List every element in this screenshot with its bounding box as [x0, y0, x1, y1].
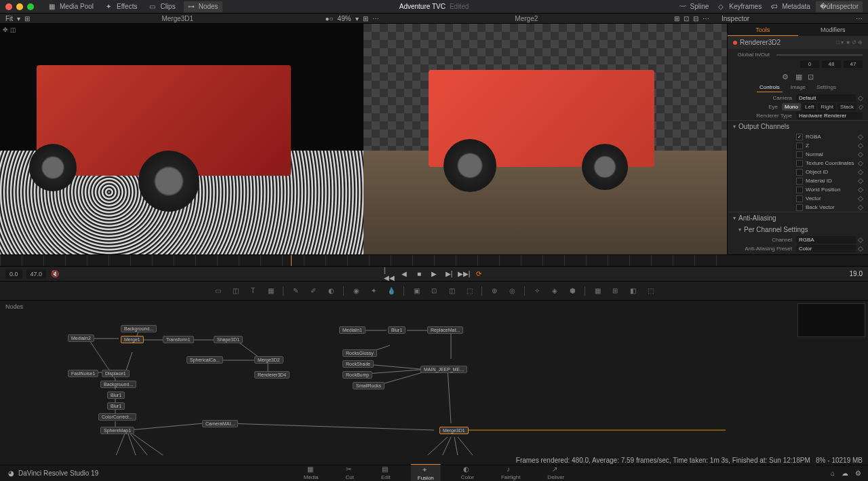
gio-end[interactable]: 47	[844, 60, 863, 68]
cloud-icon[interactable]: ☁	[842, 469, 848, 477]
timeline-ruler[interactable]	[0, 254, 868, 267]
aa-preset[interactable]: Color	[796, 245, 856, 252]
subtab-settings[interactable]: Settings	[814, 83, 839, 92]
go-end-icon[interactable]: ▶▶|	[459, 269, 469, 279]
tool-icon[interactable]: ▭	[212, 286, 223, 296]
inspector-button[interactable]: �útInspector	[816, 1, 863, 12]
node[interactable]: RocksGlossy	[342, 349, 377, 357]
oc-check[interactable]	[796, 151, 803, 158]
aa-channel[interactable]: RGBA	[796, 236, 856, 244]
current-frame[interactable]: 19.0	[850, 270, 863, 277]
renderer-type-select[interactable]: Hardware Renderer	[796, 112, 863, 119]
node[interactable]: Background...	[100, 381, 136, 388]
node[interactable]: RockShade	[342, 360, 374, 368]
maximize-icon[interactable]	[27, 3, 34, 10]
home-icon[interactable]: ⌂	[831, 469, 835, 477]
tool-icon[interactable]: ◫	[446, 286, 457, 296]
tool-icon[interactable]: ◐	[326, 286, 336, 296]
node[interactable]: SphericalCa...	[186, 356, 223, 364]
enable-dot-icon[interactable]	[733, 41, 737, 45]
keyframe-diamond-icon[interactable]	[858, 195, 863, 201]
tool-icon[interactable]: ✧	[532, 286, 542, 296]
brush-icon[interactable]: ✎	[290, 286, 301, 296]
pen-icon[interactable]: ✐	[308, 286, 319, 296]
page-media[interactable]: ▦Media	[297, 464, 326, 481]
oc-check[interactable]	[796, 142, 803, 149]
subtab-controls[interactable]: Controls	[757, 83, 783, 92]
eye-stack[interactable]: Stack	[837, 103, 856, 111]
gio-dur[interactable]: 48	[822, 60, 841, 68]
node[interactable]: MAIN_JEEP_ME...	[420, 366, 467, 373]
page-color[interactable]: ◐Color	[454, 464, 481, 481]
page-deliver[interactable]: ↗Deliver	[540, 464, 571, 481]
eye-left[interactable]: Left	[802, 103, 816, 111]
stop-icon[interactable]: ■	[414, 269, 424, 279]
tool-icon[interactable]: ◧	[627, 286, 638, 296]
node[interactable]: Blur1	[107, 402, 125, 410]
page-edit[interactable]: ▤Edit	[374, 464, 397, 481]
speaker-icon[interactable]: 🔇	[50, 269, 60, 279]
node[interactable]: Displace1	[102, 370, 130, 377]
tool-icon[interactable]: ⊕	[489, 286, 500, 296]
page-fairlight[interactable]: ♪Fairlight	[494, 464, 527, 481]
gio-slider[interactable]	[776, 54, 863, 56]
tool-icon[interactable]: ⊡	[429, 286, 439, 296]
oc-check[interactable]	[796, 178, 803, 185]
section-anti-aliasing[interactable]: ▾Anti-Aliasing	[728, 212, 868, 224]
keyframe-diamond-icon[interactable]	[858, 204, 863, 210]
nodes-button[interactable]: ⊶Nodes	[184, 1, 222, 12]
close-icon[interactable]	[5, 3, 12, 10]
page-cut[interactable]: ✂Cut	[339, 464, 361, 481]
step-back-icon[interactable]: ◀	[399, 269, 409, 279]
tab-tools[interactable]: Tools	[728, 24, 798, 36]
node[interactable]: MediaIn1	[339, 326, 366, 334]
controls-icon[interactable]: ⚙	[782, 73, 789, 81]
inspector-menu-icon[interactable]: ⋯	[856, 15, 868, 22]
gear-icon[interactable]: ⚙	[855, 469, 861, 477]
per-channel-settings[interactable]: ▾Per Channel Settings	[728, 224, 868, 235]
metadata-button[interactable]: 🏷Metadata	[767, 1, 814, 12]
viewer1-controls[interactable]: Fit▾⊞	[0, 15, 35, 22]
section-output-channels[interactable]: ▾Output Channels	[728, 121, 868, 132]
tool-icon[interactable]: ⬚	[645, 286, 656, 296]
tool-icon[interactable]: ⬢	[567, 286, 578, 296]
tool-icon[interactable]: ◉	[351, 286, 361, 296]
nodes-panel[interactable]: Nodes ⋯	[0, 301, 868, 462]
tool-icon[interactable]: ▦	[592, 286, 603, 296]
keyframe-diamond-icon[interactable]	[858, 169, 863, 174]
tool-icon[interactable]: T	[248, 286, 258, 296]
eye-mono[interactable]: Mono	[782, 103, 801, 111]
keyframe-diamond-icon[interactable]	[858, 160, 863, 166]
keyframe-diamond-icon[interactable]	[858, 142, 863, 148]
oc-check[interactable]	[796, 169, 803, 176]
node[interactable]: CameraMAI...	[202, 420, 238, 427]
tool-icon[interactable]: ◫	[230, 286, 241, 296]
tab-modifiers[interactable]: Modifiers	[798, 24, 869, 36]
node[interactable]: ColorCorrect...	[98, 413, 136, 421]
step-fwd-icon[interactable]: ▶|	[444, 269, 454, 279]
viewer-right[interactable]	[363, 24, 727, 254]
node[interactable]: SphereMap1	[100, 427, 134, 434]
node[interactable]: Blur1	[107, 391, 125, 399]
oc-check[interactable]	[796, 187, 803, 193]
oc-check[interactable]	[796, 160, 803, 167]
playhead-icon[interactable]	[291, 255, 292, 266]
tool-icon[interactable]: ▦	[265, 286, 276, 296]
keyframe-diamond-icon[interactable]	[858, 134, 863, 139]
oc-check[interactable]	[796, 195, 803, 202]
go-start-icon[interactable]: |◀◀	[384, 269, 394, 279]
tool-icon[interactable]: ⬚	[464, 286, 475, 296]
keyframe-diamond-icon[interactable]	[858, 95, 863, 100]
keyframe-diamond-icon[interactable]	[858, 178, 863, 183]
move-gizmo-icon[interactable]: ✥ ◫	[3, 26, 16, 33]
subtab-image[interactable]: Image	[788, 83, 808, 92]
node[interactable]: Merge3D1	[439, 427, 469, 434]
node[interactable]: Renderer3D4	[254, 371, 290, 379]
node[interactable]: FastNoise1	[68, 370, 98, 377]
node[interactable]: Blur1	[388, 326, 406, 334]
minimize-icon[interactable]	[16, 3, 23, 10]
viewer-left[interactable]: ✥ ◫	[0, 24, 363, 254]
node[interactable]: ReplaceMat...	[427, 326, 463, 334]
camera-select[interactable]: Default	[796, 94, 856, 102]
node[interactable]: RockBump	[342, 371, 372, 379]
